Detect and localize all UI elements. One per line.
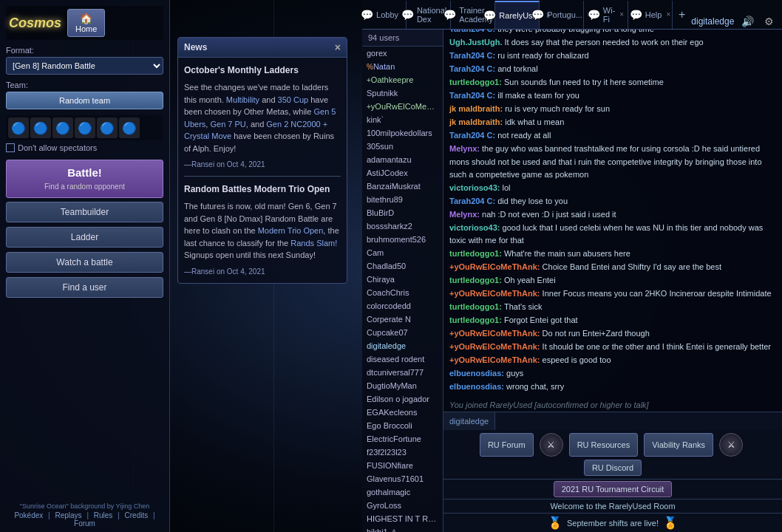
watch-battle-button[interactable]: Watch a battle: [6, 252, 163, 273]
news-article1-body: See the changes we've made to ladders th…: [184, 81, 341, 154]
chat-message: turtledoggo1: That's sick: [449, 301, 776, 313]
user-item[interactable]: colorcodedd: [362, 299, 443, 313]
ru-forum-button[interactable]: RU Forum: [480, 433, 534, 457]
user-item[interactable]: Cupcake07: [362, 326, 443, 339]
help-chat-icon: 💬: [630, 9, 642, 21]
tab-wifi-label: Wi-Fi: [603, 6, 616, 24]
left-sidebar: Cosmos 🏠 Home Format: [Gen 8] Random Bat…: [0, 0, 170, 532]
user-item[interactable]: 100milpokedollars: [362, 126, 443, 140]
user-item[interactable]: Chiraya: [362, 273, 443, 286]
tab-lobby[interactable]: 💬 Lobby ×: [362, 1, 407, 29]
chat-message: Tarah204 C: not ready at all: [449, 129, 776, 142]
tab-help-close[interactable]: ×: [666, 10, 670, 18]
pokemon-slot-4: 🔵: [75, 117, 95, 138]
user-item[interactable]: GyroLoss: [362, 499, 443, 512]
tab-portuguese[interactable]: 💬 Portugu... ×: [540, 1, 584, 29]
news-article1-title: October's Monthly Ladders: [184, 64, 341, 77]
find-user-button[interactable]: Find a user: [6, 277, 163, 298]
tab-wifi-close[interactable]: ×: [619, 10, 624, 18]
news-header: News ×: [178, 38, 347, 58]
news-article2-body: The futures is now, old man! Gen 6, Gen …: [184, 200, 341, 262]
user-item[interactable]: EGAKecleons: [362, 406, 443, 419]
user-item[interactable]: Chadlad50: [362, 259, 443, 273]
chat-message: elbuenosdias: guys: [449, 367, 776, 380]
user-item[interactable]: Ego Broccoli: [362, 419, 443, 432]
bottom-links: "Sunrise Ocean" background by Yijing Che…: [6, 502, 163, 528]
chat-message: Tarah204 C: and torknal: [449, 63, 776, 75]
pokeball-right-icon: 🏅: [663, 516, 678, 530]
user-item[interactable]: hjkhj1 ⚠: [362, 525, 443, 532]
user-item[interactable]: Edilson o jogador: [362, 392, 443, 406]
user-item[interactable]: 305sun: [362, 140, 443, 153]
tab-wifi[interactable]: 💬 Wi-Fi ×: [584, 1, 628, 29]
user-item[interactable]: Cam: [362, 246, 443, 259]
user-item[interactable]: adamantazu: [362, 153, 443, 166]
battle-button[interactable]: Battle! Find a random opponent: [6, 160, 163, 198]
user-item[interactable]: CoachChris: [362, 286, 443, 299]
user-item[interactable]: AstiJCodex: [362, 166, 443, 180]
format-select[interactable]: [Gen 8] Random Battle: [6, 57, 163, 75]
user-item[interactable]: f23f2l23l23: [362, 446, 443, 459]
chat-message: +yOuRwElCoMeThAnk: espeed is good too: [449, 354, 776, 366]
footer-replays[interactable]: Replays: [55, 511, 81, 519]
tab-national-dex-label: National Dex: [417, 6, 446, 24]
user-item[interactable]: Corperate N: [362, 313, 443, 326]
footer-forum[interactable]: Forum: [74, 519, 95, 528]
ru-resources-button[interactable]: RU Resources: [569, 433, 639, 457]
random-team-button[interactable]: Random team: [6, 92, 163, 109]
user-item[interactable]: bitethru89: [362, 193, 443, 206]
chat-message: +yOuRwElCoMeThAnk: Choice Band Entei and…: [449, 261, 776, 273]
user-item[interactable]: +yOuRwElCoMeThAnk: [362, 100, 443, 113]
news-article2-author: —Ransei on Oct 4, 2021: [184, 266, 341, 277]
users-list: gorex%Natan+OathkeepreSputnikk+yOuRwElCo…: [362, 47, 443, 532]
user-item[interactable]: digitaledge: [362, 339, 443, 352]
user-item[interactable]: BluBirD: [362, 206, 443, 219]
teambuilder-button[interactable]: Teambuilder: [6, 202, 163, 222]
user-item[interactable]: kink`: [362, 113, 443, 126]
spectators-checkbox[interactable]: [6, 143, 15, 152]
user-item[interactable]: gorex: [362, 47, 443, 60]
user-item[interactable]: bosssharkz2: [362, 219, 443, 233]
footer-pokedex[interactable]: Pokédex: [14, 511, 43, 519]
settings-button[interactable]: ⚙: [761, 14, 777, 29]
tab-bar: 💬 Lobby × 💬 National Dex × 💬 Trainer Aca…: [362, 0, 782, 30]
pokemon-slot-1: 🔵: [8, 117, 29, 138]
footer-rules[interactable]: Rules: [94, 511, 113, 519]
ladder-button[interactable]: Ladder: [6, 227, 163, 248]
home-button[interactable]: 🏠 Home: [67, 9, 105, 37]
battle-label: Battle!: [67, 166, 102, 179]
user-item[interactable]: DugtioMyMan: [362, 379, 443, 392]
news-close-button[interactable]: ×: [335, 41, 341, 53]
user-item[interactable]: FUSIONfiare: [362, 459, 443, 472]
user-item[interactable]: +Oathkeepre: [362, 73, 443, 86]
user-item[interactable]: dtcuniversal777: [362, 366, 443, 379]
tournament-button[interactable]: 2021 RU Tournament Circuit: [554, 481, 673, 497]
user-item[interactable]: ElectricFortune: [362, 432, 443, 446]
lobby-chat-icon: 💬: [361, 9, 373, 21]
chat-message: victorioso43: good luck that I used cele…: [449, 222, 776, 247]
chat-input[interactable]: [495, 412, 782, 430]
user-item[interactable]: Glavenus71601: [362, 472, 443, 485]
chat-message: Tarah204 C: ru isnt ready for chalizard: [449, 50, 776, 62]
viability-ranks-button[interactable]: Viability Ranks: [644, 433, 713, 457]
september-text: September shifts are live!: [567, 519, 659, 528]
user-item[interactable]: Sputnikk: [362, 86, 443, 100]
footer-credits[interactable]: Credits: [125, 511, 149, 519]
tab-help[interactable]: 💬 Help ×: [628, 1, 673, 29]
users-count: 94 users: [362, 30, 443, 47]
user-item[interactable]: %Natan: [362, 60, 443, 73]
sound-button[interactable]: 🔊: [738, 14, 757, 29]
tab-add-button[interactable]: +: [673, 1, 691, 29]
pokemon-slot-5: 🔵: [97, 117, 118, 138]
user-item[interactable]: diseased rodent: [362, 352, 443, 366]
user-item[interactable]: gothalmagic: [362, 485, 443, 499]
ru-discord-button[interactable]: RU Discord: [584, 460, 642, 476]
format-section: Format: [Gen 8] Random Battle: [6, 46, 163, 75]
user-item[interactable]: bruhmoment526: [362, 233, 443, 246]
user-item[interactable]: HIGHEST IN T ROOM: [362, 512, 443, 525]
chat-message: turtledoggo1: What're the main sun abuse…: [449, 248, 776, 260]
chat-room-buttons: RU Forum ⚔ RU Resources Viability Ranks …: [443, 430, 782, 479]
logo-text: Cosmos: [9, 16, 61, 31]
user-item[interactable]: BanzaiMuskrat: [362, 180, 443, 193]
bg-credit: "Sunrise Ocean" background by Yijing Che…: [6, 502, 163, 510]
